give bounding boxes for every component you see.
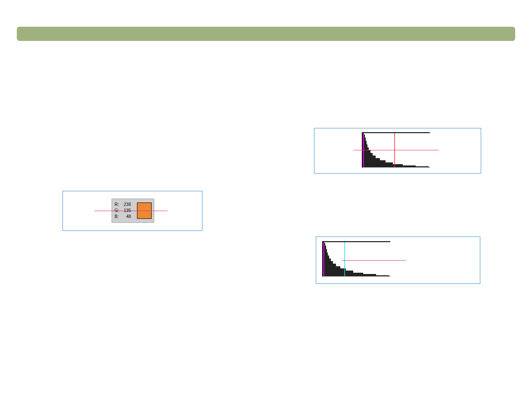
histogram-bottom (322, 241, 390, 277)
histogram-panel-top (314, 128, 481, 174)
rgb-b-value: 48 (121, 214, 131, 220)
annotation-line (342, 260, 406, 261)
rgb-info-panel: R: 238 G: 135 B: 48 (62, 191, 202, 231)
histogram-panel-bottom (316, 237, 480, 284)
svg-rect-8 (323, 242, 324, 276)
rgb-r-label: R: (115, 202, 121, 208)
rgb-r-value: 238 (121, 202, 131, 208)
header-bar (17, 27, 515, 41)
annotation-line (94, 211, 168, 211)
rgb-b-label: B: (115, 214, 121, 220)
annotation-line (353, 150, 439, 150)
